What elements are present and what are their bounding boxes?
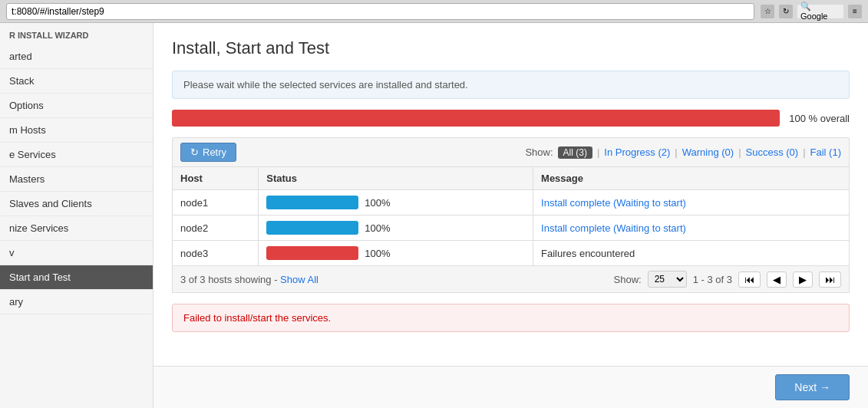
sidebar-item-start-test[interactable]: Start and Test xyxy=(0,265,153,290)
sidebar-item-summary[interactable]: ary xyxy=(0,290,153,314)
browser-icons: ☆ ↻ 🔍 Google ≡ xyxy=(761,5,862,18)
show-per-page-label: Show: xyxy=(614,274,642,285)
sidebar-item-services2[interactable]: nize Services xyxy=(0,216,153,241)
status-cell: 100% xyxy=(259,241,533,266)
filter-all-badge[interactable]: All (3) xyxy=(558,146,592,159)
sidebar: R INSTALL WIZARD arted Stack Options m H… xyxy=(0,23,153,408)
info-box: Please wait while the selected services … xyxy=(172,71,850,99)
overall-progress-bar xyxy=(172,110,780,127)
sidebar-item-review[interactable]: v xyxy=(0,241,153,265)
col-status: Status xyxy=(259,167,533,190)
page-title: Install, Start and Test xyxy=(172,38,850,58)
col-message: Message xyxy=(533,167,850,190)
show-all-link[interactable]: Show All xyxy=(280,274,318,285)
sidebar-item-slaves[interactable]: Slaves and Clients xyxy=(0,192,153,216)
sidebar-item-masters[interactable]: Masters xyxy=(0,167,153,192)
overall-progress-label: 100 % overall xyxy=(789,113,850,124)
next-button[interactable]: Next → xyxy=(775,374,850,400)
prev-page-button[interactable]: ◀ xyxy=(767,271,787,288)
sidebar-title: R INSTALL WIZARD xyxy=(0,23,153,44)
host-cell: node1 xyxy=(173,190,259,216)
host-cell: node3 xyxy=(173,241,259,266)
footer-row: Next → xyxy=(153,366,868,408)
next-page-button[interactable]: ▶ xyxy=(793,271,813,288)
hosts-table: Host Status Message node1100%Install com… xyxy=(172,166,850,266)
refresh-icon[interactable]: ↻ xyxy=(779,5,793,18)
message-cell: Failures encountered xyxy=(533,241,850,266)
main-layout: R INSTALL WIZARD arted Stack Options m H… xyxy=(0,23,868,408)
status-cell: 100% xyxy=(259,190,533,216)
message-link[interactable]: Install complete (Waiting to start) xyxy=(541,222,686,234)
first-page-button[interactable]: ⏮ xyxy=(738,271,761,288)
url-bar[interactable]: t:8080/#/installer/step9 xyxy=(6,3,754,20)
show-filter: Show: All (3) | In Progress (2) | Warnin… xyxy=(525,146,841,159)
sidebar-item-services1[interactable]: e Services xyxy=(0,143,153,167)
content-area: Install, Start and Test Please wait whil… xyxy=(153,23,868,366)
show-label: Show: xyxy=(525,146,553,158)
page-info: 1 - 3 of 3 xyxy=(693,274,732,285)
pagination-row: 3 of 3 hosts showing - Show All Show: 10… xyxy=(172,266,850,293)
message-link[interactable]: Install complete (Waiting to start) xyxy=(541,197,686,209)
retry-icon: ↻ xyxy=(190,146,199,158)
filter-success[interactable]: Success (0) xyxy=(746,146,799,158)
filter-warning[interactable]: Warning (0) xyxy=(682,146,734,158)
showing-text: 3 of 3 hosts showing - xyxy=(180,274,280,285)
sidebar-item-hosts[interactable]: m Hosts xyxy=(0,118,153,143)
filter-fail[interactable]: Fail (1) xyxy=(810,146,841,158)
error-box: Failed to install/start the services. xyxy=(172,304,850,332)
browser-bar: t:8080/#/installer/step9 ☆ ↻ 🔍 Google ≡ xyxy=(0,0,868,23)
menu-icon[interactable]: ≡ xyxy=(848,5,862,18)
table-row: node1100%Install complete (Waiting to st… xyxy=(173,190,850,216)
message-cell[interactable]: Install complete (Waiting to start) xyxy=(533,190,850,216)
sidebar-item-options[interactable]: Options xyxy=(0,94,153,118)
table-row: node2100%Install complete (Waiting to st… xyxy=(173,216,850,241)
col-host: Host xyxy=(173,167,259,190)
message-cell[interactable]: Install complete (Waiting to start) xyxy=(533,216,850,241)
sidebar-item-stack[interactable]: Stack xyxy=(0,69,153,94)
status-cell: 100% xyxy=(259,216,533,241)
per-page-select[interactable]: 10 25 50 100 xyxy=(648,271,687,288)
host-cell: node2 xyxy=(173,216,259,241)
google-icon: 🔍 Google xyxy=(797,5,843,18)
retry-button[interactable]: ↻ Retry xyxy=(180,143,236,162)
toolbar-row: ↻ Retry Show: All (3) | In Progress (2) … xyxy=(172,137,850,166)
pagination-right: Show: 10 25 50 100 1 - 3 of 3 ⏮ ◀ ▶ ⏭ xyxy=(614,271,841,288)
table-row: node3100%Failures encountered xyxy=(173,241,850,266)
overall-progress-row: 100 % overall xyxy=(172,110,850,127)
star-icon[interactable]: ☆ xyxy=(761,5,774,18)
sidebar-item-started[interactable]: arted xyxy=(0,44,153,69)
pagination-info: 3 of 3 hosts showing - Show All xyxy=(180,274,318,285)
filter-in-progress[interactable]: In Progress (2) xyxy=(604,146,670,158)
last-page-button[interactable]: ⏭ xyxy=(819,271,841,288)
